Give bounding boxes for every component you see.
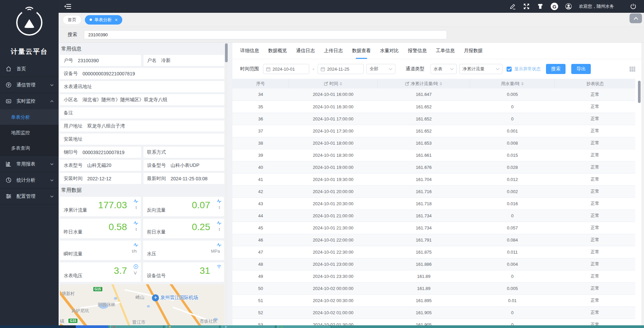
detail-tab[interactable]: 报警信息 <box>408 48 427 59</box>
cell-usage: 0.005 <box>470 282 555 294</box>
airport-marker[interactable]: 泉州晋江国际机场 <box>152 294 198 301</box>
cell-usage: 0.001 <box>470 125 555 137</box>
theme-tshirt-icon[interactable] <box>537 3 544 10</box>
cell-time: 2024-10-02 00:00:00 <box>289 282 377 294</box>
cell-time: 2024-10-01 16:00:00 <box>289 88 377 101</box>
table-row[interactable]: 36 2024-10-01 17:00:00 161.652 0 正常 <box>232 113 635 125</box>
table-header-row: 序号 时间 净累计流量/吨 用水量/吨 <box>232 79 635 88</box>
tab-home[interactable]: 首页 <box>63 15 82 25</box>
table-row[interactable]: 45 2024-10-01 21:30:00 161.734 0.057 正常 <box>232 222 635 234</box>
collapse-menu-icon[interactable] <box>64 3 71 9</box>
end-date-input[interactable]: 2024-11-25 <box>318 64 364 74</box>
cell-time: 2024-10-01 18:00:00 <box>289 137 377 149</box>
detail-tab[interactable]: 月报数据 <box>464 48 483 59</box>
left-panel-scrollbar[interactable] <box>225 43 228 325</box>
stat-value: 0.07 <box>192 200 211 211</box>
table-row[interactable]: 40 2024-10-01 19:00:00 161.676 0.028 正常 <box>232 161 635 173</box>
table-scrollbar[interactable] <box>638 81 641 103</box>
sort-icon[interactable] <box>521 82 524 85</box>
sidebar-item-single-meter-analysis[interactable]: 单表分析 <box>0 109 59 125</box>
show-abnormal-checkbox[interactable] <box>507 67 512 72</box>
sort-icon[interactable] <box>340 82 342 85</box>
col-header-total-flow[interactable]: 净累计流量/吨 <box>378 79 470 88</box>
table-row[interactable]: 44 2024-10-01 21:00:00 161.734 0 正常 <box>232 210 635 222</box>
pulse-icon <box>217 242 222 247</box>
cell-index: 50 <box>232 282 289 294</box>
fullscreen-icon[interactable] <box>523 3 530 10</box>
detail-tab[interactable]: 数据概览 <box>268 48 287 59</box>
chevron-down-icon <box>450 68 454 70</box>
sidebar-item-map-monitor[interactable]: 地图监控 <box>0 125 59 140</box>
export-button[interactable]: 导出 <box>571 64 591 74</box>
detail-tab[interactable]: 工单信息 <box>436 48 455 59</box>
sidebar-item-communication[interactable]: 通信管理 <box>0 77 59 93</box>
column-settings-icon[interactable] <box>630 67 635 72</box>
taskbar-window-button[interactable] <box>222 325 276 328</box>
sidebar-item-multi-meter-query[interactable]: 多表查询 <box>0 140 59 156</box>
cell-total-flow: 161.647 <box>378 88 470 101</box>
col-header-status[interactable]: 抄表状态 <box>555 79 635 88</box>
tab-label: 首页 <box>68 17 76 23</box>
power-icon[interactable] <box>630 3 637 10</box>
granularity-select[interactable]: 全部 <box>366 64 395 74</box>
table-row[interactable]: 38 2024-10-01 18:00:00 161.653 0.008 正常 <box>232 137 635 149</box>
g-logo-icon[interactable]: G <box>551 3 558 10</box>
table-row[interactable]: 48 2024-10-01 23:00:00 161.886 0.004 正常 <box>232 258 635 270</box>
field-label: 用户地址 <box>64 123 83 129</box>
edit-pencil-icon[interactable] <box>509 3 516 10</box>
sidebar-item-common-reports[interactable]: 常用报表 <box>0 156 59 172</box>
close-tab-icon[interactable]: × <box>115 17 118 22</box>
table-row[interactable]: 50 2024-10-02 00:00:00 161.89 0.005 正常 <box>232 282 635 294</box>
location-map[interactable]: 塘新村 G15 田园张林 崎山 风炉尼坑 镇 G15 <box>60 284 224 325</box>
table-row[interactable]: 51 2024-10-02 00:30:00 161.895 0.01 正常 <box>232 294 635 306</box>
table-row[interactable]: 52 2024-10-02 01:00:00 161.905 0 正常 <box>232 306 635 319</box>
taskbar-active-app[interactable] <box>76 325 108 328</box>
detail-tab[interactable]: 水量对比 <box>380 48 399 59</box>
cell-total-flow: 161.89 <box>378 270 470 282</box>
window-scrollbar[interactable] <box>641 43 644 325</box>
tab-single-meter-analysis[interactable]: 单表分析 × <box>85 15 122 25</box>
sidebar-item-realtime-monitor[interactable]: 实时监控 <box>0 93 59 109</box>
table-row[interactable]: 41 2024-10-01 19:30:00 161.704 0.012 正常 <box>232 173 635 185</box>
taskbar-start[interactable] <box>0 325 76 328</box>
field-label: 钢印号 <box>64 149 78 155</box>
col-header-usage[interactable]: 用水量/吨 <box>470 79 555 88</box>
start-date-input[interactable]: 2024-10-01 <box>263 64 309 74</box>
user-avatar-icon[interactable] <box>565 3 572 10</box>
table-row[interactable]: 35 2024-10-01 16:30:00 161.652 0 正常 <box>232 101 635 113</box>
show-abnormal-label[interactable]: 显示异常状态 <box>514 66 541 72</box>
detail-tab[interactable]: 详细信息 <box>240 48 259 59</box>
table-row[interactable]: 46 2024-10-01 22:00:00 161.791 0.084 正常 <box>232 234 635 246</box>
collapse-panel-button[interactable] <box>630 13 642 23</box>
detail-tab[interactable]: 上传日志 <box>324 48 343 59</box>
sidebar-item-statistics[interactable]: 统计分析 <box>0 172 59 188</box>
taskbar-window-button[interactable] <box>110 325 164 328</box>
table-row[interactable]: 34 2024-10-01 16:00:00 161.647 0.005 正常 <box>232 88 635 101</box>
realtime-monitor-submenu: 单表分析 地图监控 多表查询 <box>0 109 59 156</box>
cell-total-flow: 161.661 <box>378 149 470 161</box>
detail-tab[interactable]: 数据查看 <box>352 48 371 59</box>
cell-total-flow: 161.652 <box>378 101 470 113</box>
taskbar-window-button[interactable] <box>166 325 220 328</box>
table-row[interactable]: 37 2024-10-01 17:30:00 161.652 0.001 正常 <box>232 125 635 137</box>
detail-tab[interactable]: 通信日志 <box>296 48 315 59</box>
sort-icon[interactable] <box>440 82 442 85</box>
col-header-time[interactable]: 时间 <box>289 79 377 88</box>
table-row[interactable]: 42 2024-10-01 20:00:00 161.716 0.002 正常 <box>232 185 635 197</box>
sidebar-item-home[interactable]: 首页 <box>0 61 59 77</box>
table-row[interactable]: 47 2024-10-01 22:30:00 161.875 0.011 正常 <box>232 246 635 258</box>
os-taskbar[interactable] <box>0 325 644 328</box>
search-input[interactable] <box>84 30 447 39</box>
table-row[interactable]: 43 2024-10-01 20:30:00 161.718 0.016 正常 <box>232 197 635 210</box>
search-button[interactable]: 搜索 <box>546 64 566 74</box>
metric-select[interactable]: 净累计流量 <box>459 64 503 74</box>
sidebar-item-config[interactable]: 配置管理 <box>0 188 59 205</box>
taskbar-window-button[interactable] <box>278 325 331 328</box>
table-row[interactable]: 39 2024-10-01 18:30:00 161.661 0.015 正常 <box>232 149 635 161</box>
table-row[interactable]: 49 2024-10-01 23:30:00 161.89 0 正常 <box>232 270 635 282</box>
channel-select[interactable]: 水表 <box>430 64 457 74</box>
col-header-index[interactable]: 序号 <box>232 79 289 88</box>
field-value: 湖北省》随州市》随州城区》双龙寺八组 <box>83 97 167 103</box>
welcome-text: 欢迎您，随州水务 <box>579 3 614 9</box>
readings-table: 序号 时间 净累计流量/吨 用水量/吨 <box>232 79 635 328</box>
